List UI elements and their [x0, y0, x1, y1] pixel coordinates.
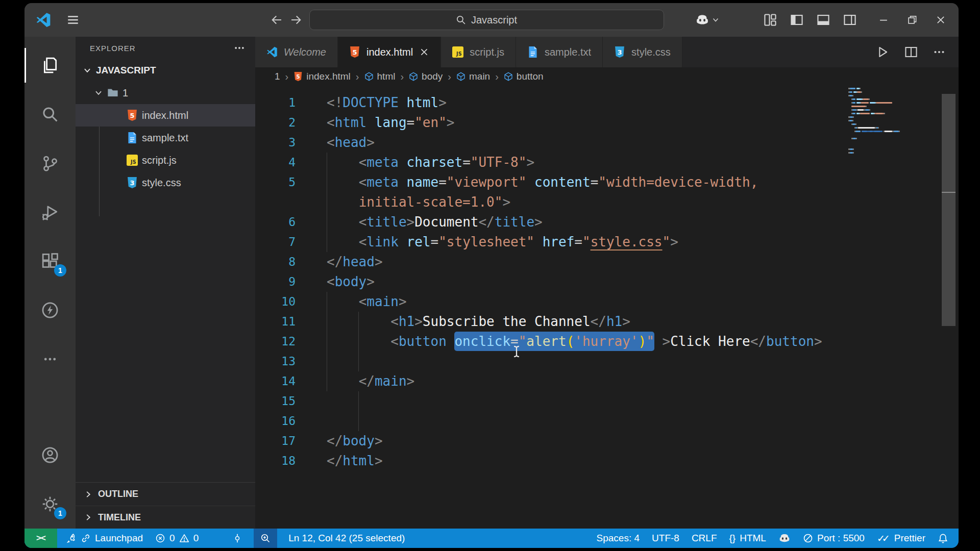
explorer-more-icon[interactable]	[234, 42, 245, 54]
vertical-scrollbar[interactable]	[942, 94, 955, 326]
eol-status[interactable]: CRLF	[685, 529, 723, 548]
tab-sample-txt[interactable]: sample.txt	[516, 37, 603, 67]
toggle-primary-sidebar-icon[interactable]	[790, 13, 803, 27]
encoding-status[interactable]: UTF-8	[646, 529, 685, 548]
copilot-menu-button[interactable]	[695, 13, 720, 27]
tree-file-script-js[interactable]: script.js	[76, 149, 255, 171]
code-line[interactable]: 5 <meta name="viewport" content="width=d…	[255, 172, 959, 192]
copilot-status[interactable]	[772, 529, 797, 548]
tab-close-icon[interactable]	[419, 47, 429, 57]
breadcrumb-folder[interactable]: 1	[275, 71, 280, 82]
tab-index-html[interactable]: index.html	[338, 37, 441, 67]
toggle-secondary-sidebar-icon[interactable]	[843, 13, 856, 27]
notifications-bell-icon[interactable]	[932, 529, 959, 548]
indent-guide	[327, 232, 327, 252]
tree-file-sample-txt[interactable]: sample.txt	[76, 127, 255, 149]
tree-section-javascript[interactable]: JAVASCRIPT	[76, 59, 255, 82]
indent-guide	[327, 292, 327, 312]
settings-button[interactable]: 1	[24, 480, 76, 529]
html-file-icon	[349, 46, 360, 58]
line-number: 5	[255, 172, 296, 192]
menu-hamburger-icon[interactable]	[66, 13, 80, 27]
line-number: 9	[255, 272, 296, 292]
text-selection: onclick="alert('hurray')"	[454, 332, 654, 351]
tree-folder-1[interactable]: 1	[76, 82, 255, 104]
live-server-port-status[interactable]: Port : 5500	[797, 529, 871, 548]
screencast-target-icon[interactable]	[226, 529, 249, 548]
css-file-icon	[127, 177, 138, 188]
activity-explorer[interactable]	[24, 41, 76, 90]
language-mode-status[interactable]: {} HTML	[723, 529, 772, 548]
code-line[interactable]: 12 <button onclick="alert('hurray')" >Cl…	[255, 332, 959, 352]
html-file-icon	[293, 72, 303, 81]
indentation-status[interactable]: Spaces: 4	[591, 529, 646, 548]
code-line[interactable]: 7 <link rel="stylesheet" href="style.css…	[255, 232, 959, 252]
code-line[interactable]: 13	[255, 352, 959, 371]
tree-file-style-css[interactable]: style.css	[76, 171, 255, 194]
warning-icon	[179, 533, 189, 543]
activity-run-debug[interactable]	[24, 188, 76, 237]
problems-status[interactable]: 0 0	[149, 529, 205, 548]
code-line[interactable]: 17</body>	[255, 431, 959, 451]
code-line[interactable]: initial-scale=1.0">	[255, 192, 959, 212]
remote-indicator[interactable]: ><	[24, 529, 57, 548]
tab-style-css[interactable]: style.css	[603, 37, 682, 67]
line-number: 2	[255, 113, 296, 133]
code-line[interactable]: 9<body>	[255, 272, 959, 292]
customize-layout-icon[interactable]	[764, 13, 777, 27]
breadcrumb-body[interactable]: body	[409, 71, 443, 82]
css-file-icon	[614, 46, 625, 58]
minimap[interactable]	[848, 88, 916, 156]
code-line[interactable]: 15	[255, 391, 959, 411]
launchpad-status[interactable]: Launchpad	[60, 529, 149, 548]
minimize-button[interactable]	[878, 14, 889, 26]
line-number: 11	[255, 312, 296, 332]
code-line[interactable]: 10 <main>	[255, 292, 959, 312]
line-number: 7	[255, 232, 296, 252]
activity-search[interactable]	[24, 90, 76, 139]
tab-script-js[interactable]: script.js	[441, 37, 516, 67]
activity-source-control[interactable]	[24, 139, 76, 188]
code-editor[interactable]: 1<!DOCTYPE html>2<html lang="en">3<head>…	[255, 86, 959, 529]
breadcrumb-html[interactable]: html	[364, 71, 396, 82]
line-number: 15	[255, 391, 296, 411]
activity-more-actions[interactable]	[24, 335, 76, 384]
breadcrumb: 1 › index.html › html › body › main ›	[255, 67, 959, 86]
activity-thunder-client[interactable]	[24, 286, 76, 335]
toggle-panel-icon[interactable]	[817, 13, 830, 27]
explorer-sidebar: EXPLORER JAVASCRIPT 1 index.html	[76, 37, 255, 529]
circle-slash-icon	[803, 533, 813, 543]
code-line[interactable]: 16	[255, 411, 959, 431]
run-file-icon[interactable]	[876, 45, 889, 59]
tree-file-index-html[interactable]: index.html	[76, 104, 255, 127]
code-line[interactable]: 14 </main>	[255, 371, 959, 391]
nav-forward-icon[interactable]	[290, 14, 302, 26]
nav-back-icon[interactable]	[271, 14, 283, 26]
symbol-cube-icon	[456, 72, 465, 81]
restore-button[interactable]	[906, 14, 918, 26]
indent-guide	[358, 411, 359, 431]
breadcrumb-main[interactable]: main	[456, 71, 490, 82]
split-editor-icon[interactable]	[904, 45, 918, 59]
zoom-indicator[interactable]	[254, 529, 277, 548]
editor-more-icon[interactable]	[933, 46, 945, 58]
js-file-icon	[127, 155, 138, 166]
tab-welcome[interactable]: Welcome	[255, 37, 338, 67]
panel-timeline[interactable]: TIMELINE	[76, 506, 255, 529]
symbol-cube-icon	[504, 72, 513, 81]
breadcrumb-file[interactable]: index.html	[293, 71, 351, 82]
panel-outline[interactable]: OUTLINE	[76, 483, 255, 506]
account-button[interactable]	[24, 431, 76, 480]
code-line[interactable]: 18</html>	[255, 451, 959, 471]
indent-guide	[327, 332, 327, 352]
close-button[interactable]	[935, 14, 946, 26]
activity-extensions[interactable]: 1	[24, 237, 76, 286]
line-number: 1	[255, 93, 296, 113]
cursor-position-status[interactable]: Ln 12, Col 42 (25 selected)	[282, 529, 411, 548]
code-line[interactable]: 11 <h1>Subscribe the Channel</h1>	[255, 312, 959, 332]
code-line[interactable]: 6 <title>Document</title>	[255, 212, 959, 232]
command-search-box[interactable]: Javascript	[309, 10, 664, 30]
prettier-status[interactable]: ✓✓ Prettier	[871, 529, 932, 548]
code-line[interactable]: 8</head>	[255, 252, 959, 272]
breadcrumb-button[interactable]: button	[504, 71, 544, 82]
